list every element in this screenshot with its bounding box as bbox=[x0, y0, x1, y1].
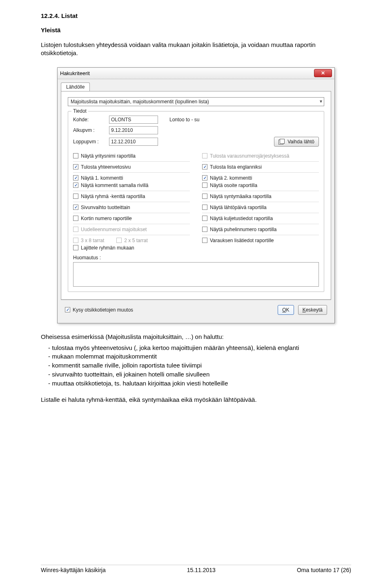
option-label: Näytä puhelinnumero raportilla bbox=[210, 227, 276, 232]
option-check[interactable]: Sivunvaihto tuotteittain bbox=[73, 205, 190, 210]
option-label: Lajittele ryhmän mukaan bbox=[81, 245, 134, 251]
option-label: Tulosta lista englanniksi bbox=[210, 164, 262, 170]
footer-center: 15.11.2013 bbox=[187, 567, 216, 573]
option-check[interactable]: Tulosta yhteenvetosivu bbox=[73, 164, 190, 170]
checkbox-icon bbox=[73, 153, 78, 158]
option-label: Näytä kuljetustiedot raportilla bbox=[210, 216, 273, 221]
option-label: 2 x 5 tarrat bbox=[124, 238, 147, 243]
checkbox-icon bbox=[202, 216, 207, 221]
checkbox-icon bbox=[65, 307, 70, 312]
option-label: Näytä kommentit samalla rivillä bbox=[81, 183, 148, 188]
checkbox-icon bbox=[73, 183, 78, 188]
field-kohde[interactable]: OLONTS bbox=[109, 116, 158, 124]
bullet-item: sivunvaihto tuotteittain, eli jokainen h… bbox=[41, 370, 351, 379]
option-label: Varauksen lisätiedot raportille bbox=[210, 238, 274, 243]
label-kohde: Kohde: bbox=[73, 117, 106, 122]
close-button[interactable]: ✕ bbox=[314, 69, 332, 77]
option-label: Näytä 2. kommentti bbox=[210, 175, 252, 181]
option-check: 3 x 8 tarrat2 x 5 tarrat bbox=[73, 238, 190, 243]
criteria-dialog: Hakukriteerit ✕ Lähdölle Majoituslista m… bbox=[57, 67, 335, 323]
combo-value: Majoituslista majoituksittain, majoitusk… bbox=[71, 99, 209, 105]
group-legend: Tiedot bbox=[71, 108, 88, 114]
bullet-item: mukaan molemmat majoituskommentit bbox=[41, 352, 351, 361]
option-check[interactable]: Näytä kommentit samalla rivillä bbox=[73, 183, 190, 188]
option-check[interactable]: Kortin numero raportille bbox=[73, 216, 190, 221]
option-check[interactable]: Näytä 1. kommentti bbox=[73, 175, 190, 181]
checkbox-icon bbox=[73, 194, 78, 199]
checkbox-icon bbox=[202, 227, 207, 232]
checkbox-icon bbox=[202, 164, 207, 169]
option-label: Kortin numero raportille bbox=[81, 216, 132, 221]
checkbox-icon bbox=[202, 153, 207, 158]
tiedot-group: Tiedot Kohde: OLONTS Lontoo to - su Alku… bbox=[68, 111, 324, 292]
ok-label: OK bbox=[282, 307, 289, 313]
option-check[interactable]: Näytä kuljetustiedot raportilla bbox=[202, 216, 319, 221]
label-loppupvm: Loppupvm : bbox=[73, 139, 106, 145]
intro-paragraph: Listojen tulostuksen yhteydessä voidaan … bbox=[41, 41, 351, 58]
example-intro: Oheisessa esimerkissä (Majoituslista maj… bbox=[41, 333, 351, 340]
ok-button[interactable]: OK bbox=[278, 305, 294, 315]
option-check[interactable]: Näytä puhelinnumero raportilla bbox=[202, 227, 319, 232]
field-loppupvm[interactable]: 12.12.2010 bbox=[109, 138, 158, 146]
option-label: Tulosta varausnumerojärjestyksessä bbox=[210, 153, 289, 159]
option-label: Näytä syntymäaika raportilla bbox=[210, 194, 272, 199]
checkbox-icon bbox=[73, 227, 78, 232]
option-label: 3 x 8 tarrat bbox=[81, 238, 104, 243]
option-label: Tulosta yhteenvetosivu bbox=[81, 164, 131, 170]
footer-left: Winres-käyttäjän käsikirja bbox=[41, 567, 106, 573]
checkbox-icon bbox=[73, 205, 78, 210]
cancel-button[interactable]: Keskeytä bbox=[298, 305, 327, 315]
vaihda-lahto-button[interactable]: Vaihda lähtö bbox=[274, 137, 319, 147]
checkbox-icon bbox=[202, 238, 207, 243]
option-check: Uudelleennumeroi majoitukset bbox=[73, 227, 190, 232]
option-label: Näytä lähtöpäivä raportilla bbox=[210, 205, 267, 210]
checkbox-icon bbox=[202, 175, 207, 180]
checkbox-icon bbox=[73, 245, 78, 250]
ask-title-change-check[interactable]: Kysy otsikkotietojen muutos bbox=[65, 307, 133, 313]
kohde-description: Lontoo to - su bbox=[169, 117, 199, 122]
option-check[interactable]: Näytä yritysnimi raportilla bbox=[73, 153, 190, 159]
bullet-item: kommentit samalle riville, jolloin rapor… bbox=[41, 361, 351, 370]
bullet-item: tulostaa myös yhteenvetosivu (, joka ker… bbox=[41, 343, 351, 352]
checkbox-icon bbox=[202, 194, 207, 199]
close-icon: ✕ bbox=[321, 70, 325, 76]
section-number: 12.2.4. Listat bbox=[41, 12, 351, 19]
checkbox-icon bbox=[202, 205, 207, 210]
bullet-item: muuttaa otsikkotietoja, ts. halutaan kir… bbox=[41, 379, 351, 388]
option-check[interactable]: Näytä syntymäaika raportilla bbox=[202, 194, 319, 199]
checkbox-icon bbox=[73, 238, 78, 243]
dialog-titlebar: Hakukriteerit ✕ bbox=[58, 68, 334, 79]
example-bullets: tulostaa myös yhteenvetosivu (, joka ker… bbox=[41, 343, 351, 388]
checkbox-icon bbox=[73, 216, 78, 221]
post-paragraph: Listalle ei haluta ryhmä-kenttää, eikä s… bbox=[41, 396, 351, 404]
dialog-footer: Kysy otsikkotietojen muutos OK Keskeytä bbox=[61, 300, 331, 320]
label-alkupvm: Alkupvm : bbox=[73, 127, 106, 133]
option-check[interactable]: Näytä ryhmä -kenttä raportilla bbox=[73, 194, 190, 199]
dialog-title: Hakukriteerit bbox=[60, 70, 90, 76]
option-check: Tulosta varausnumerojärjestyksessä bbox=[202, 153, 319, 159]
option-label: Näytä yritysnimi raportilla bbox=[81, 153, 136, 159]
report-type-combo[interactable]: Majoituslista majoituksittain, majoitusk… bbox=[68, 97, 324, 106]
checkbox-icon bbox=[73, 175, 78, 180]
option-label: Näytä osoite raportilla bbox=[210, 183, 257, 188]
option-check[interactable]: Näytä 2. kommentti bbox=[202, 175, 319, 181]
option-check[interactable]: Varauksen lisätiedot raportille bbox=[202, 238, 319, 243]
section-subtitle: Yleistä bbox=[41, 27, 351, 33]
cancel-label: Keskeytä bbox=[303, 307, 323, 313]
option-label: Näytä ryhmä -kenttä raportilla bbox=[81, 194, 145, 199]
huomautus-textarea[interactable] bbox=[73, 262, 319, 287]
option-check[interactable]: Tulosta lista englanniksi bbox=[202, 164, 319, 170]
option-check[interactable]: Lajittele ryhmän mukaan bbox=[73, 245, 190, 251]
page-footer: Winres-käyttäjän käsikirja 15.11.2013 Om… bbox=[41, 565, 351, 573]
checkbox-icon bbox=[116, 238, 122, 243]
option-check[interactable]: Näytä osoite raportilla bbox=[202, 183, 319, 188]
option-label: Näytä 1. kommentti bbox=[81, 175, 123, 181]
ask-title-change-label: Kysy otsikkotietojen muutos bbox=[73, 307, 133, 313]
options-grid: Näytä yritysnimi raportillaTulosta yhtee… bbox=[73, 151, 319, 252]
footer-right: Oma tuotanto 17 (26) bbox=[297, 567, 351, 573]
checkbox-icon bbox=[73, 164, 78, 169]
copy-icon bbox=[278, 139, 285, 145]
field-alkupvm[interactable]: 9.12.2010 bbox=[109, 126, 158, 134]
option-check[interactable]: Näytä lähtöpäivä raportilla bbox=[202, 205, 319, 210]
tab-lahdolle[interactable]: Lähdölle bbox=[61, 82, 90, 91]
